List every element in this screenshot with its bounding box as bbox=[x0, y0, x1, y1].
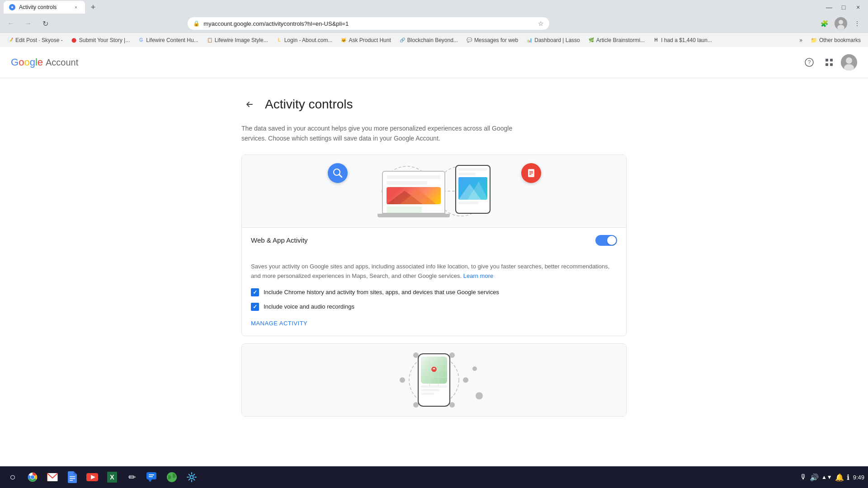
learn-more-link[interactable]: Learn more bbox=[463, 272, 493, 279]
page-content: Google Account ? bbox=[0, 47, 868, 442]
bookmark-icon-ask-product-hunt: 🐱 bbox=[340, 37, 347, 43]
apps-button[interactable] bbox=[821, 54, 837, 70]
bookmark-label-submit-story: Submit Your Story |... bbox=[79, 37, 130, 43]
profile-icon[interactable] bbox=[834, 16, 848, 31]
bookmark-blockchain[interactable]: 🔗 Blockchain Beyond... bbox=[396, 35, 462, 46]
chrome-history-checkbox[interactable]: ✓ bbox=[251, 288, 259, 296]
web-app-illustration bbox=[242, 155, 626, 227]
main-content: Activity controls The data saved in your… bbox=[231, 78, 637, 442]
bookmark-label-login-about: Login - About.com... bbox=[284, 37, 333, 43]
window-controls: — □ × bbox=[823, 1, 864, 14]
svg-rect-10 bbox=[830, 63, 833, 66]
phone-device bbox=[418, 353, 450, 407]
location-history-card bbox=[241, 343, 627, 417]
tablet-image-svg bbox=[458, 177, 488, 200]
tablet-bar-1 bbox=[458, 168, 487, 171]
checkbox-row-chrome: ✓ Include Chrome history and activity fr… bbox=[251, 288, 617, 297]
bookmark-icon-lifewire-content: G bbox=[138, 37, 144, 43]
bookmark-label-edit-post: Edit Post · Skyose - bbox=[15, 37, 63, 43]
star-button[interactable]: ☆ bbox=[538, 20, 544, 27]
bookmark-login-about[interactable]: L Login - About.com... bbox=[273, 35, 336, 46]
bookmark-label-lifewire-content: Lifewire Content Hu... bbox=[146, 37, 198, 43]
tab-close-button[interactable]: × bbox=[72, 4, 80, 11]
other-bookmarks-button[interactable]: 📁 Other bookmarks bbox=[807, 36, 864, 44]
bookmark-icon-ihad: H bbox=[653, 37, 659, 43]
back-navigation-button[interactable] bbox=[241, 96, 258, 113]
svg-point-29 bbox=[463, 377, 468, 383]
bookmark-dashboard-lasso[interactable]: 📊 Dashboard | Lasso bbox=[523, 35, 584, 46]
tab-favicon bbox=[9, 4, 15, 10]
browser-toolbar: 🧩 ⋮ bbox=[817, 16, 864, 31]
bookmark-icon-edit-post: 📝 bbox=[7, 37, 14, 43]
bookmark-submit-story[interactable]: ⬤ Submit Your Story |... bbox=[67, 35, 134, 46]
folder-icon: 📁 bbox=[811, 37, 817, 43]
tab-title: Activity controls bbox=[19, 4, 69, 10]
svg-point-1 bbox=[11, 6, 13, 8]
extensions-icon[interactable]: 🧩 bbox=[817, 16, 832, 31]
search-badge-icon bbox=[328, 163, 348, 183]
screen-bar-2 bbox=[387, 181, 427, 185]
new-tab-button[interactable]: + bbox=[87, 1, 99, 14]
header-right-icons: ? bbox=[801, 54, 857, 70]
web-app-description: Saves your activity on Google sites and … bbox=[251, 262, 617, 281]
svg-text:?: ? bbox=[808, 59, 811, 66]
tablet-bar-3 bbox=[458, 202, 479, 204]
map-grid-svg bbox=[421, 360, 447, 386]
bookmark-ask-product-hunt[interactable]: 🐱 Ask Product Hunt bbox=[337, 35, 394, 46]
page-description: The data saved in your account helps giv… bbox=[241, 123, 535, 144]
chrome-history-label: Include Chrome history and activity from… bbox=[264, 288, 499, 297]
bookmarks-bar: 📝 Edit Post · Skyose - ⬤ Submit Your Sto… bbox=[0, 33, 868, 47]
help-button[interactable]: ? bbox=[801, 54, 817, 70]
user-avatar[interactable] bbox=[835, 17, 847, 30]
address-text: myaccount.google.com/activitycontrols?hl… bbox=[203, 20, 534, 27]
toggle-thumb bbox=[607, 236, 616, 245]
screen-image-main bbox=[387, 187, 441, 204]
docs-badge-icon bbox=[521, 163, 541, 183]
svg-point-31 bbox=[449, 402, 455, 408]
reload-button[interactable]: ↻ bbox=[38, 16, 52, 31]
bookmark-ihad[interactable]: H I had a $1,440 laun... bbox=[649, 35, 716, 46]
bookmark-label-ihad: I had a $1,440 laun... bbox=[661, 37, 712, 43]
search-icon bbox=[333, 168, 343, 178]
mountain-svg bbox=[387, 187, 441, 204]
bookmarks-more-button[interactable]: » bbox=[796, 36, 806, 44]
bookmark-messages[interactable]: 💬 Messages for web bbox=[462, 35, 522, 46]
web-app-setting-label: Web & App Activity bbox=[251, 236, 308, 244]
bookmark-lifewire-content[interactable]: G Lifewire Content Hu... bbox=[134, 35, 202, 46]
menu-button[interactable]: ⋮ bbox=[850, 16, 864, 31]
bookmark-label-dashboard-lasso: Dashboard | Lasso bbox=[534, 37, 580, 43]
forward-button[interactable]: → bbox=[21, 16, 35, 31]
bookmark-article[interactable]: 🌿 Article Brainstormi... bbox=[585, 35, 648, 46]
svg-rect-7 bbox=[826, 59, 828, 61]
tablet-image bbox=[458, 177, 487, 200]
manage-activity-link[interactable]: MANAGE ACTIVITY bbox=[251, 320, 307, 327]
address-bar[interactable]: 🔒 myaccount.google.com/activitycontrols?… bbox=[188, 17, 549, 30]
svg-point-12 bbox=[846, 57, 852, 64]
minimize-button[interactable]: — bbox=[823, 1, 835, 14]
bookmark-icon-lifewire-image: 📋 bbox=[207, 37, 213, 43]
browser-tab[interactable]: Activity controls × bbox=[4, 1, 85, 14]
page-title: Activity controls bbox=[265, 97, 353, 112]
voice-recordings-label: Include voice and audio recordings bbox=[264, 302, 354, 311]
header-avatar[interactable] bbox=[841, 54, 857, 70]
bookmark-label-ask-product-hunt: Ask Product Hunt bbox=[349, 37, 391, 43]
close-window-button[interactable]: × bbox=[852, 1, 864, 14]
phone-bar-2 bbox=[421, 389, 439, 391]
bookmark-edit-post[interactable]: 📝 Edit Post · Skyose - bbox=[4, 35, 66, 46]
svg-rect-9 bbox=[826, 63, 828, 66]
bookmark-icon-messages: 💬 bbox=[466, 37, 472, 43]
web-app-toggle[interactable] bbox=[595, 235, 617, 246]
checkbox-check-icon-2: ✓ bbox=[253, 304, 257, 310]
back-button[interactable]: ← bbox=[4, 16, 18, 31]
google-logo: Google bbox=[11, 56, 43, 68]
tablet-bar-2 bbox=[458, 173, 476, 175]
svg-point-28 bbox=[400, 377, 405, 383]
voice-recordings-checkbox[interactable]: ✓ bbox=[251, 303, 259, 311]
svg-point-34 bbox=[476, 392, 483, 399]
maximize-button[interactable]: □ bbox=[837, 1, 850, 14]
bookmark-label-blockchain: Blockchain Beyond... bbox=[407, 37, 458, 43]
bookmark-label-messages: Messages for web bbox=[474, 37, 518, 43]
bookmark-lifewire-image[interactable]: 📋 Lifewire Image Style... bbox=[203, 35, 272, 46]
bookmark-icon-article: 🌿 bbox=[588, 37, 594, 43]
tablet-device bbox=[455, 165, 491, 214]
